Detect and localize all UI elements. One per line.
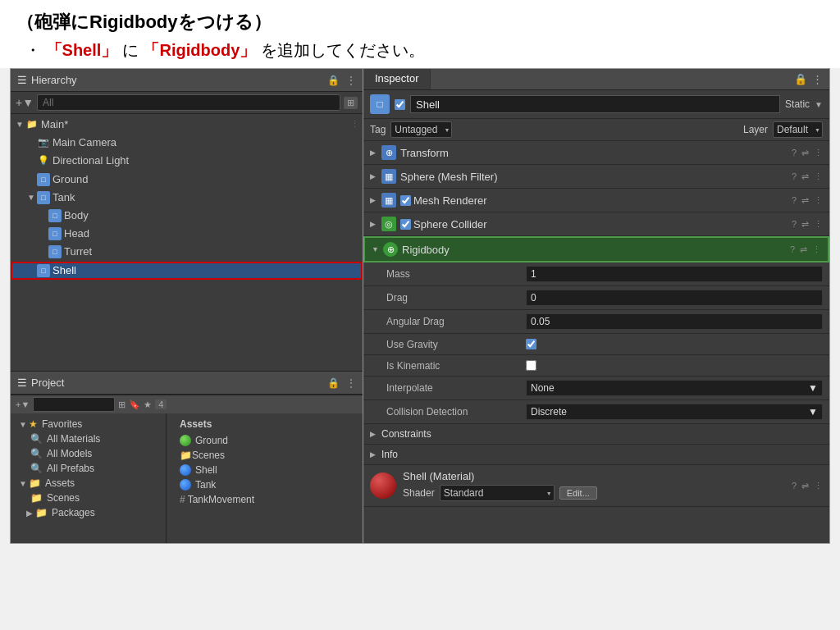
project-more-icon: ⋮ (346, 377, 356, 389)
asset-scenes[interactable]: 📁 Scenes (173, 448, 356, 463)
tag-select[interactable]: Untagged (390, 121, 452, 138)
material-more-icon[interactable]: ⋮ (814, 481, 823, 491)
meshfilter-settings-icon[interactable]: ⇌ (801, 171, 809, 182)
collider-help-icon[interactable]: ? (792, 219, 797, 229)
rigidbody-icon: ⊕ (383, 242, 398, 257)
tab-inspector[interactable]: Inspector (363, 69, 431, 89)
project-packages-folder[interactable]: ▶ 📁 Packages (11, 505, 166, 520)
rigidbody-more-icon[interactable]: ⋮ (812, 244, 821, 255)
project-allmodels[interactable]: 🔍 All Models (11, 446, 166, 461)
tree-item-main[interactable]: ▼ 📁 Main* ⋮ (11, 116, 363, 134)
meshfilter-icon: ▦ (381, 169, 396, 184)
meshrenderer-more-icon[interactable]: ⋮ (814, 195, 823, 206)
transform-more-icon[interactable]: ⋮ (814, 148, 823, 158)
meshfilter-actions: ? ⇌ ⋮ (792, 171, 823, 182)
tree-item-turret[interactable]: □ Turret (11, 243, 363, 261)
tank-ball-icon (180, 479, 191, 491)
asset-tank[interactable]: Tank (173, 477, 356, 492)
transform-arrow: ▶ (370, 148, 381, 157)
all-prefabs-label: All Prefabs (47, 463, 94, 474)
tree-item-head[interactable]: □ Head (11, 225, 363, 243)
tag-label: Tag (370, 124, 386, 135)
hierarchy-search-input[interactable] (37, 94, 340, 111)
shader-select-wrapper[interactable]: Standard (440, 485, 555, 501)
component-rigidbody[interactable]: ▼ ⊕ Rigidbody ? ⇌ ⋮ (363, 236, 829, 262)
asset-ground[interactable]: Ground (173, 433, 356, 448)
collider-checkbox[interactable] (400, 219, 411, 230)
tree-more-main[interactable]: ⋮ (350, 118, 359, 130)
tree-item-body[interactable]: □ Body (11, 207, 363, 225)
material-actions: ? ⇌ ⋮ (792, 481, 823, 491)
tree-item-tank[interactable]: ▼ □ Tank (11, 189, 363, 207)
transform-settings-icon[interactable]: ⇌ (801, 148, 809, 158)
object-active-checkbox[interactable] (395, 99, 405, 110)
scenes-folder-label: Scenes (47, 492, 80, 504)
info-row[interactable]: ▶ Info (363, 445, 829, 465)
project-assets-header[interactable]: ▼ 📁 Assets (11, 476, 166, 491)
project-add-button[interactable]: +▼ (16, 399, 30, 409)
use-gravity-checkbox[interactable] (526, 339, 536, 349)
static-dropdown-arrow[interactable]: ▼ (815, 100, 823, 109)
project-icon-btn2[interactable]: 🔖 (129, 399, 140, 410)
is-kinematic-checkbox[interactable] (526, 360, 536, 371)
shell-ball-icon (180, 464, 191, 476)
tree-item-ground[interactable]: □ Ground (11, 171, 363, 189)
suffix-text: を追加してください。 (261, 41, 425, 59)
meshrenderer-checkbox[interactable] (400, 195, 411, 206)
drag-label: Drag (386, 292, 526, 304)
layer-select[interactable]: Default (773, 121, 823, 138)
rigidbody-settings-icon[interactable]: ⇌ (800, 244, 807, 255)
inspector-tab-row: Inspector 🔒 ⋮ (363, 69, 829, 90)
asset-shell[interactable]: Shell (173, 463, 356, 477)
layer-select-wrapper[interactable]: Default (773, 121, 823, 138)
project-body: ▼ ★ Favorites 🔍 All Materials 🔍 All Mode… (11, 413, 363, 543)
rigidbody-help-icon[interactable]: ? (790, 244, 795, 254)
interpolate-dropdown[interactable]: None ▼ (526, 380, 823, 396)
tree-item-directionallight[interactable]: 💡 Directional Light (11, 152, 363, 170)
rigidbody-label: 「Rigidbody」 (143, 41, 256, 59)
mass-value[interactable]: 1 (526, 266, 823, 282)
favorites-star-icon: ★ (29, 418, 38, 430)
material-help-icon[interactable]: ? (792, 481, 797, 491)
tag-layer-row: Tag Untagged Layer Default (363, 119, 829, 141)
material-info: Shell (Material) Shader Standard Edit... (403, 470, 785, 501)
hierarchy-search-icon[interactable]: ⊞ (344, 97, 358, 109)
tag-select-wrapper[interactable]: Untagged (390, 121, 452, 138)
project-icon-btn3[interactable]: ★ (144, 399, 152, 410)
search-icon-prefabs: 🔍 (30, 463, 43, 474)
hierarchy-add-button[interactable]: +▼ (16, 96, 34, 109)
project-icon-btn1[interactable]: ⊞ (118, 399, 126, 410)
meshfilter-help-icon[interactable]: ? (792, 171, 797, 181)
project-scenes-folder[interactable]: 📁 Scenes (11, 491, 166, 505)
angular-drag-value[interactable]: 0.05 (526, 313, 823, 330)
transform-help-icon[interactable]: ? (792, 148, 797, 158)
assets-arrow: ▼ (17, 479, 29, 488)
project-search-input[interactable] (33, 397, 115, 412)
meshrenderer-settings-icon[interactable]: ⇌ (801, 195, 809, 206)
meshrenderer-help-icon[interactable]: ? (792, 195, 797, 205)
component-collider[interactable]: ▶ ◎ Sphere Collider ? ⇌ ⋮ (363, 212, 829, 236)
component-meshrenderer[interactable]: ▶ ▦ Mesh Renderer ? ⇌ ⋮ (363, 189, 829, 212)
meshfilter-more-icon[interactable]: ⋮ (814, 171, 823, 182)
constraints-row[interactable]: ▶ Constraints (363, 424, 829, 445)
tree-item-shell[interactable]: □ Shell (11, 262, 363, 280)
project-allprefabs[interactable]: 🔍 All Prefabs (11, 461, 166, 476)
asset-tankmovement[interactable]: # TankMovement (173, 492, 356, 507)
component-transform[interactable]: ▶ ⊕ Transform ? ⇌ ⋮ (363, 141, 829, 165)
material-settings-icon[interactable]: ⇌ (801, 481, 809, 491)
drag-value[interactable]: 0 (526, 290, 823, 306)
object-name-input[interactable] (410, 95, 780, 113)
interpolate-value: None (531, 382, 555, 394)
edit-button[interactable]: Edit... (559, 486, 597, 500)
collider-settings-icon[interactable]: ⇌ (801, 219, 809, 230)
collider-more-icon[interactable]: ⋮ (814, 219, 823, 230)
collision-detection-dropdown[interactable]: Discrete ▼ (526, 404, 823, 420)
project-allmaterials[interactable]: 🔍 All Materials (11, 431, 166, 446)
search-icon-models: 🔍 (30, 448, 43, 459)
prop-use-gravity: Use Gravity (363, 334, 829, 355)
shader-select[interactable]: Standard (440, 485, 555, 501)
component-meshfilter[interactable]: ▶ ▦ Sphere (Mesh Filter) ? ⇌ ⋮ (363, 165, 829, 189)
tree-item-maincamera[interactable]: 📷 Main Camera (11, 134, 363, 152)
tree-label-head: Head (64, 226, 89, 241)
project-favorites-header[interactable]: ▼ ★ Favorites (11, 417, 166, 431)
